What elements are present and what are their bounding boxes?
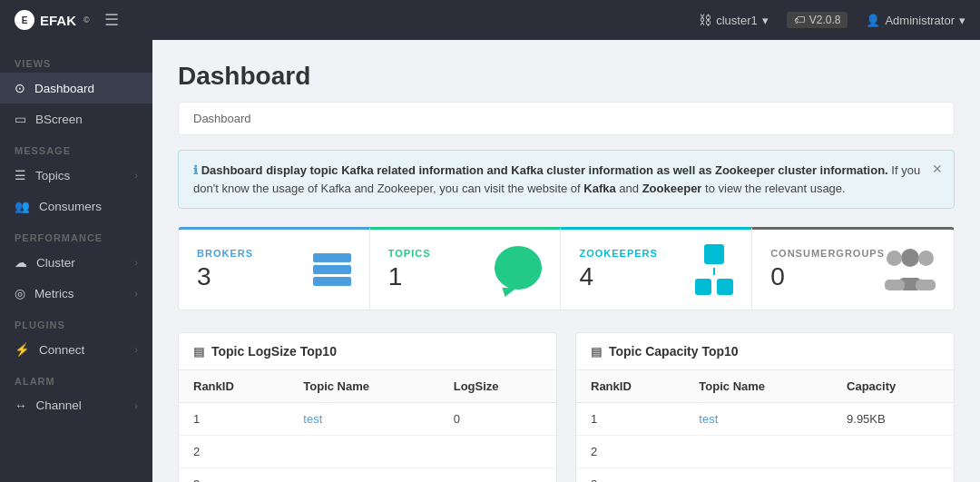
sidebar-item-topics-inner: ☰ Topics: [15, 168, 70, 182]
broker-bar-2: [313, 265, 351, 274]
stat-zk-label: ZOOKEEPERS: [579, 248, 657, 259]
topic-link-2[interactable]: test: [699, 412, 718, 426]
sidebar-label-consumers: Consumers: [39, 200, 102, 213]
channel-chevron: ›: [134, 400, 138, 411]
cell-topic: [684, 436, 832, 468]
top-nav-left: E EFAK © ☰: [15, 10, 119, 30]
sidebar-item-cluster[interactable]: ☁ Cluster ›: [0, 247, 152, 278]
info-kafka-link[interactable]: Kafka: [583, 182, 615, 195]
cluster-chevron: ▾: [762, 14, 769, 27]
sidebar-item-bscreen[interactable]: ▭ BScreen: [0, 103, 152, 134]
zk-node-left: [695, 279, 711, 295]
col-rankid-1: RankID: [179, 370, 289, 403]
stat-zk-info: ZOOKEEPERS 4: [579, 248, 657, 291]
cell-topic: [289, 468, 438, 483]
cluster-selector[interactable]: ⛓ cluster1 ▾: [699, 13, 769, 27]
table-logsize-icon: ▤: [193, 345, 204, 359]
breadcrumb: Dashboard: [178, 102, 955, 135]
version-icon: 🏷: [794, 14, 805, 26]
table-row: 1 test 0: [179, 403, 556, 436]
table-card-capacity: ▤ Topic Capacity Top10 RankID Topic Name…: [575, 332, 955, 482]
logo-trademark: ©: [83, 15, 90, 25]
cg-head-center: [901, 249, 919, 267]
sidebar-performance-label: PERFORMANCE: [0, 221, 152, 247]
broker-bar-3: [313, 277, 351, 286]
sidebar-label-cluster: Cluster: [36, 256, 75, 270]
sidebar-item-channel[interactable]: ↔ Channel ›: [0, 390, 152, 420]
version-text: V2.0.8: [809, 14, 841, 26]
stat-card-brokers: BROKERS 3: [178, 227, 369, 310]
metrics-chevron: ›: [134, 288, 138, 299]
sidebar-item-channel-inner: ↔ Channel: [15, 398, 82, 412]
sidebar-item-dashboard-inner: ⊙ Dashboard: [15, 81, 94, 95]
cg-body-left: [885, 280, 905, 290]
user-label: Administrator: [885, 14, 955, 27]
sidebar-item-topics[interactable]: ☰ Topics ›: [0, 160, 152, 191]
sidebar-label-bscreen: BScreen: [35, 113, 83, 126]
cell-topic: test: [289, 403, 438, 436]
cell-logsize: 0: [439, 403, 556, 436]
stat-card-topics: TOPICS 1: [369, 227, 561, 310]
broker-bar-1: [313, 253, 351, 262]
stat-brokers-label: BROKERS: [197, 248, 253, 259]
sidebar-item-bscreen-inner: ▭ BScreen: [15, 112, 83, 126]
stat-zk-value: 4: [579, 262, 657, 291]
table-row: 2: [576, 436, 954, 468]
sidebar-item-dashboard[interactable]: ⊙ Dashboard: [0, 73, 152, 103]
sidebar: VIEWS ⊙ Dashboard ▭ BScreen MESSAGE ☰ To…: [0, 40, 152, 482]
table-capacity-title: Topic Capacity Top10: [609, 344, 739, 359]
sidebar-item-connect[interactable]: ⚡ Connect ›: [0, 334, 152, 365]
stat-brokers-info: BROKERS 3: [197, 248, 253, 291]
zk-bottom-row: [695, 279, 733, 295]
table-row: 1 test 9.95KB: [576, 403, 954, 436]
breadcrumb-text: Dashboard: [193, 112, 251, 125]
bscreen-icon: ▭: [15, 112, 26, 126]
stat-cg-label: CONSUMERGROUPS: [770, 248, 885, 259]
sidebar-label-dashboard: Dashboard: [34, 82, 94, 95]
cell-topic: [684, 468, 832, 483]
sidebar-item-consumers[interactable]: 👥 Consumers: [0, 191, 152, 221]
sidebar-item-metrics[interactable]: ◎ Metrics ›: [0, 278, 152, 309]
user-menu[interactable]: 👤 Administrator ▾: [866, 14, 965, 27]
cluster-label: cluster1: [716, 14, 758, 27]
table-row: 3: [576, 468, 954, 483]
info-end: to view the relevant usage.: [705, 182, 846, 195]
topic-bubble: [495, 246, 542, 290]
top-nav-right: ⛓ cluster1 ▾ 🏷 V2.0.8 👤 Administrator ▾: [699, 12, 965, 28]
topic-link[interactable]: test: [303, 412, 322, 426]
stat-card-zookeepers: ZOOKEEPERS 4: [560, 227, 751, 310]
user-icon: 👤: [866, 14, 880, 27]
cell-topic: test: [684, 403, 832, 436]
sidebar-views-label: VIEWS: [0, 47, 152, 73]
broker-icon: [313, 253, 351, 286]
logo-icon: E: [15, 10, 34, 30]
connect-chevron: ›: [134, 344, 138, 355]
stat-cg-value: 0: [770, 262, 885, 291]
sidebar-label-channel: Channel: [36, 398, 82, 412]
info-and: and: [619, 182, 642, 195]
cell-topic: [289, 436, 438, 468]
info-zk-link[interactable]: Zookeeper: [642, 182, 702, 195]
col-topicname-1: Topic Name: [289, 370, 438, 403]
sidebar-plugins-label: PLUGINS: [0, 309, 152, 334]
topic-icon: [495, 246, 542, 293]
cell-logsize: [439, 468, 556, 483]
sidebar-alarm-label: ALARM: [0, 365, 152, 390]
consumers-icon: 👥: [15, 199, 30, 213]
version-badge: 🏷 V2.0.8: [787, 12, 848, 28]
sidebar-label-metrics: Metrics: [34, 287, 74, 300]
tables-row: ▤ Topic LogSize Top10 RankID Topic Name …: [178, 332, 955, 482]
zk-connector: [713, 268, 715, 275]
cell-rank: 1: [576, 403, 684, 436]
table-row: 3: [179, 468, 556, 483]
cg-head-left: [887, 251, 902, 266]
col-capacity: Capacity: [832, 370, 954, 403]
page-title: Dashboard: [178, 62, 955, 91]
dashboard-icon: ⊙: [15, 81, 25, 95]
menu-icon[interactable]: ☰: [104, 10, 119, 30]
cluster-icon: ⛓: [699, 13, 711, 27]
table-logsize-title: Topic LogSize Top10: [211, 344, 337, 359]
info-banner-close[interactable]: ✕: [932, 160, 943, 179]
cg-head-right: [918, 251, 934, 266]
zk-top-node: [704, 244, 724, 264]
